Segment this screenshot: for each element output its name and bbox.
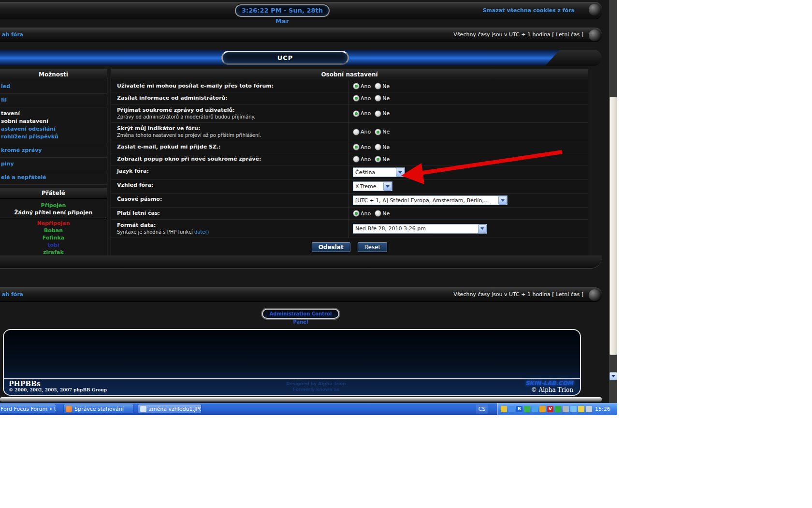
setting-label: Jazyk fóra: bbox=[117, 168, 344, 175]
radio-yes[interactable] bbox=[353, 144, 360, 150]
taskbar-button[interactable]: Správce stahování bbox=[63, 404, 134, 414]
radio-no[interactable] bbox=[375, 144, 381, 150]
radio-yes[interactable] bbox=[353, 95, 360, 102]
dropdown-value: X-Treme bbox=[353, 183, 383, 190]
radio-label: Ano bbox=[361, 156, 371, 163]
friend-name[interactable]: tobi bbox=[0, 241, 107, 249]
language-indicator[interactable]: CS bbox=[476, 404, 488, 414]
ucp-title-button[interactable]: UCP bbox=[221, 51, 349, 65]
app-icon bbox=[140, 406, 146, 412]
form-buttons-row: Odeslat Reset bbox=[111, 238, 588, 257]
sidebar-item[interactable]: rohlížení příspěvků bbox=[1, 133, 106, 141]
options-group: piny bbox=[0, 158, 107, 171]
chevron-down-icon bbox=[396, 168, 405, 177]
taskbar-button[interactable]: Ford Focus Forum • U... bbox=[0, 404, 56, 414]
timezone-text: Všechny časy jsou v UTC + 1 hodina [ Let… bbox=[453, 31, 583, 38]
options-group: fil bbox=[0, 94, 107, 107]
submit-button[interactable]: Odeslat bbox=[312, 242, 350, 252]
setting-label: Zasílat informace od administrátorů: bbox=[117, 95, 344, 102]
sidebar-item[interactable]: fil bbox=[1, 96, 106, 104]
radio-yes[interactable] bbox=[353, 156, 360, 163]
options-group: led bbox=[0, 80, 107, 94]
friends-online-label: Připojen bbox=[0, 202, 107, 209]
radio-yes[interactable] bbox=[353, 129, 360, 135]
usb-icon[interactable] bbox=[524, 406, 530, 412]
options-group: tavenísobní nastaveníastavení odesílánír… bbox=[0, 107, 107, 144]
radio-no[interactable] bbox=[375, 210, 381, 217]
radio-label: Ne bbox=[382, 83, 390, 90]
radio-no[interactable] bbox=[375, 129, 381, 135]
sidebar-item[interactable]: led bbox=[1, 83, 106, 90]
bar-end-ornament bbox=[589, 289, 600, 301]
setting-control-cell: [UTC + 1, A] Střední Evropa, Amsterdam, … bbox=[348, 194, 588, 207]
setting-description: Syntaxe je shodná s PHP funkcí date() bbox=[117, 229, 344, 235]
dropdown-select[interactable]: [UTC + 1, A] Střední Evropa, Amsterdam, … bbox=[353, 195, 508, 205]
volume-icon[interactable] bbox=[563, 406, 569, 412]
delete-cookies-link[interactable]: Smazat všechna cookies z fóra bbox=[483, 7, 575, 14]
scrollbar-down-button[interactable] bbox=[609, 372, 617, 380]
sidebar-item[interactable]: piny bbox=[1, 160, 106, 168]
dropdown-value: [UTC + 1, A] Střední Evropa, Amsterdam, … bbox=[353, 197, 498, 204]
board-index-link-bottom[interactable]: ah fóra bbox=[2, 291, 23, 298]
offline-friends: BobanFofinkatobizirafak bbox=[0, 227, 107, 256]
radio-label: Ne bbox=[382, 210, 390, 217]
scrollbar-thumb[interactable] bbox=[609, 97, 617, 355]
sidebar-item[interactable]: astavení odesílání bbox=[1, 125, 106, 133]
radio-label: Ano bbox=[361, 129, 371, 135]
breadcrumb-bar-top: ah fóra Všechny časy jsou v UTC + 1 hodi… bbox=[0, 28, 602, 42]
radio-no[interactable] bbox=[375, 95, 381, 102]
friend-name[interactable]: Boban bbox=[0, 227, 107, 234]
setting-control-cell: Ned Bře 28, 2010 3:26 pm bbox=[348, 220, 588, 238]
friend-name[interactable]: Fofinka bbox=[0, 234, 107, 241]
network-icon[interactable] bbox=[570, 406, 577, 412]
messenger-icon[interactable] bbox=[555, 406, 561, 412]
taskbar-clock: 15:26 bbox=[595, 406, 610, 412]
setting-label-cell: Platí letní čas: bbox=[111, 208, 348, 219]
radio-label: Ne bbox=[382, 95, 390, 102]
settings-row: Vzhled fóra:X-Treme bbox=[111, 179, 588, 194]
board-index-link[interactable]: ah fóra bbox=[2, 31, 23, 38]
footer-right: SKIN-LAB.COM © Alpha Trion bbox=[525, 379, 580, 395]
antivirus-icon[interactable]: V bbox=[547, 406, 553, 412]
date-function-link[interactable]: date() bbox=[194, 229, 209, 235]
scheduler-icon[interactable] bbox=[508, 406, 515, 412]
setting-control-cell: AnoNe bbox=[348, 92, 588, 104]
shield-icon[interactable] bbox=[501, 406, 507, 412]
friends-list: Připojen Žádný přítel není připojen Nepř… bbox=[0, 199, 107, 260]
dropdown-select[interactable]: Ned Bře 28, 2010 3:26 pm bbox=[353, 224, 487, 234]
sidebar-item[interactable]: elé a nepřátelé bbox=[1, 174, 106, 181]
taskbar-button[interactable]: změna vzhledu1.JPG ... bbox=[138, 404, 202, 414]
browser-scrollbar[interactable] bbox=[609, 0, 617, 403]
dropdown-select[interactable]: Čeština bbox=[353, 167, 405, 177]
bluetooth-icon[interactable]: B bbox=[516, 406, 522, 412]
sidebar-item: tavení bbox=[1, 110, 106, 118]
radio-yes[interactable] bbox=[353, 110, 360, 117]
radio-no[interactable] bbox=[375, 83, 381, 90]
sidebar-item[interactable]: kromé zprávy bbox=[1, 147, 106, 154]
settings-rows: Uživatelé mi mohou posílat e-maily přes … bbox=[111, 80, 588, 238]
display-icon[interactable] bbox=[532, 406, 538, 412]
settings-row: Formát data:Syntaxe je shodná s PHP funk… bbox=[111, 220, 588, 238]
radio-no[interactable] bbox=[375, 156, 381, 163]
dropdown-style[interactable]: X-Treme bbox=[353, 181, 392, 191]
radio-label: Ano bbox=[361, 83, 371, 90]
radio-label: Ano bbox=[361, 95, 371, 102]
settings-row: Uživatelé mi mohou posílat e-maily přes … bbox=[111, 80, 588, 92]
setting-control-cell: AnoNe bbox=[348, 80, 588, 92]
setting-label-cell: Zobrazit popup okno při nové soukromé zp… bbox=[111, 153, 348, 165]
wifi-icon[interactable] bbox=[586, 406, 592, 412]
setting-label: Skrýt můj indikátor ve fóru: bbox=[117, 125, 344, 132]
setting-label: Časové pásmo: bbox=[117, 196, 344, 203]
acp-button[interactable]: Administration Control Panel bbox=[262, 309, 339, 319]
setting-label: Zobrazit popup okno při nové soukromé zp… bbox=[117, 156, 344, 163]
reset-button[interactable]: Reset bbox=[358, 242, 388, 252]
system-tray: BV 15:26 bbox=[497, 403, 617, 415]
taskbar: Ford Focus Forum • U...Správce stahování… bbox=[0, 403, 617, 415]
setting-control-cell: AnoNe bbox=[348, 153, 588, 165]
friend-name[interactable]: zirafak bbox=[0, 249, 107, 256]
update-icon[interactable] bbox=[539, 406, 546, 412]
radio-yes[interactable] bbox=[353, 210, 360, 217]
radio-yes[interactable] bbox=[353, 83, 360, 90]
radio-no[interactable] bbox=[375, 110, 381, 117]
security-icon[interactable] bbox=[578, 406, 584, 412]
